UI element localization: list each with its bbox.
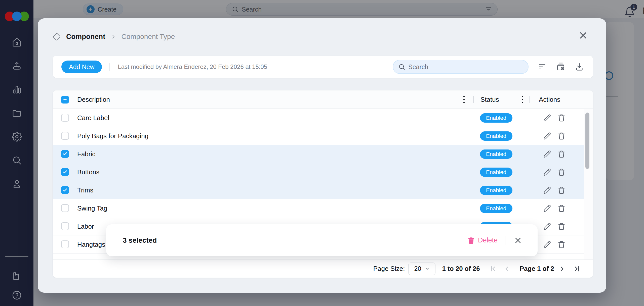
sidebar-item-folders[interactable] xyxy=(5,101,29,125)
search-icon xyxy=(398,63,405,70)
chevron-left-icon xyxy=(503,265,511,273)
edit-button[interactable] xyxy=(543,186,552,195)
modal-search[interactable] xyxy=(393,60,529,74)
edit-button[interactable] xyxy=(543,240,552,249)
chevron-right-icon xyxy=(110,34,116,40)
delete-label: Delete xyxy=(478,236,498,244)
status-badge: Enabled xyxy=(480,186,512,195)
scrollbar[interactable] xyxy=(584,109,593,260)
status-badge: Enabled xyxy=(480,168,512,177)
audit-log-button[interactable] xyxy=(556,62,566,72)
close-icon xyxy=(514,237,522,244)
first-page-button[interactable] xyxy=(489,264,498,273)
table-row[interactable]: Swing Tag Enabled xyxy=(53,199,593,217)
table-footer: Page Size: 20 1 to 20 of 26 Page 1 of 2 xyxy=(53,260,593,278)
sidebar-item-factory[interactable] xyxy=(5,267,29,285)
table-row[interactable]: Poly Bags for Packaging Enabled xyxy=(53,127,593,145)
folder-icon xyxy=(12,108,22,118)
row-description: Hangtags xyxy=(77,235,105,253)
factory-icon xyxy=(12,271,22,281)
row-checkbox[interactable] xyxy=(61,222,69,230)
edit-button[interactable] xyxy=(543,131,552,140)
sidebar-item-upload[interactable] xyxy=(5,54,29,78)
delete-button[interactable] xyxy=(557,204,566,213)
edit-button[interactable] xyxy=(543,222,552,231)
help-icon xyxy=(12,290,22,300)
table-row[interactable]: Trims Enabled xyxy=(53,181,593,199)
clear-selection-button[interactable] xyxy=(512,235,524,246)
last-page-button[interactable] xyxy=(572,264,581,273)
column-header-description[interactable]: Description xyxy=(77,90,110,109)
chevron-down-icon xyxy=(425,266,430,271)
download-button[interactable] xyxy=(574,62,584,72)
filter-button[interactable] xyxy=(537,62,547,72)
row-description: Labor xyxy=(77,217,94,235)
row-checkbox[interactable] xyxy=(61,168,69,176)
table-row[interactable]: Fabric Enabled xyxy=(53,145,593,163)
bar-chart-icon xyxy=(12,84,22,94)
range-text: 1 to 20 of 26 xyxy=(442,265,480,273)
breadcrumb-root[interactable]: Component xyxy=(66,33,105,41)
table-row[interactable]: Buttons Enabled xyxy=(53,163,593,181)
row-checkbox[interactable] xyxy=(61,204,69,212)
column-divider xyxy=(473,96,474,103)
prev-page-button[interactable] xyxy=(503,264,512,273)
row-checkbox[interactable] xyxy=(61,114,69,122)
sidebar-item-home[interactable] xyxy=(5,30,29,54)
modal-search-input[interactable] xyxy=(408,63,523,71)
row-description: Trims xyxy=(77,181,93,199)
delete-button[interactable] xyxy=(557,131,566,140)
close-icon xyxy=(579,31,588,40)
edit-button[interactable] xyxy=(543,113,552,122)
description-column-menu[interactable] xyxy=(459,95,468,104)
sidebar-item-help[interactable] xyxy=(5,286,29,304)
row-description: Care Label xyxy=(77,109,109,127)
pencil-icon xyxy=(543,240,551,248)
scrollbar-thumb[interactable] xyxy=(585,113,589,169)
page-size-select[interactable]: 20 xyxy=(408,263,435,275)
next-page-button[interactable] xyxy=(557,264,566,273)
screen: Create 1 xyxy=(0,0,644,306)
delete-button[interactable] xyxy=(557,149,566,159)
pencil-icon xyxy=(543,204,551,212)
last-page-icon xyxy=(573,265,581,273)
sidebar-item-search[interactable] xyxy=(5,148,29,172)
page-size-value: 20 xyxy=(414,265,421,272)
modal-close-button[interactable] xyxy=(577,29,590,42)
delete-selected-button[interactable]: Delete xyxy=(467,236,498,244)
row-checkbox[interactable] xyxy=(61,186,69,194)
row-checkbox[interactable] xyxy=(61,132,69,140)
trash-icon xyxy=(557,132,566,140)
sidebar-item-settings[interactable] xyxy=(5,125,29,148)
logo-blue-circle xyxy=(12,12,22,21)
toolbar-divider xyxy=(109,63,110,71)
trash-icon xyxy=(557,222,566,230)
sidebar-item-analytics[interactable] xyxy=(5,78,29,101)
edit-button[interactable] xyxy=(543,149,552,159)
sidebar-item-profile[interactable] xyxy=(5,172,29,196)
select-all-checkbox[interactable] xyxy=(61,96,69,104)
upload-icon xyxy=(12,61,22,71)
table-row[interactable]: Care Label Enabled xyxy=(53,109,593,127)
edit-button[interactable] xyxy=(543,204,552,213)
sidebar xyxy=(0,0,33,306)
column-header-status[interactable]: Status xyxy=(480,90,499,109)
edit-button[interactable] xyxy=(543,168,552,177)
add-new-button[interactable]: Add New xyxy=(61,61,102,73)
delete-button[interactable] xyxy=(557,168,566,177)
delete-button[interactable] xyxy=(557,222,566,231)
app-logo[interactable] xyxy=(5,12,29,21)
delete-button[interactable] xyxy=(557,113,566,122)
status-badge: Enabled xyxy=(480,204,512,213)
page-size-label: Page Size: xyxy=(373,265,405,273)
delete-button[interactable] xyxy=(557,240,566,249)
delete-button[interactable] xyxy=(557,186,566,195)
row-checkbox[interactable] xyxy=(61,150,69,158)
toolbar-card: Add New Last modified by Almera Enderez,… xyxy=(53,56,593,78)
table-header: Description Status Actions xyxy=(53,90,593,109)
status-column-menu[interactable] xyxy=(518,95,527,104)
chevron-right-icon xyxy=(558,265,566,273)
trash-icon xyxy=(467,237,475,244)
row-checkbox[interactable] xyxy=(61,240,69,248)
download-icon xyxy=(575,62,584,71)
